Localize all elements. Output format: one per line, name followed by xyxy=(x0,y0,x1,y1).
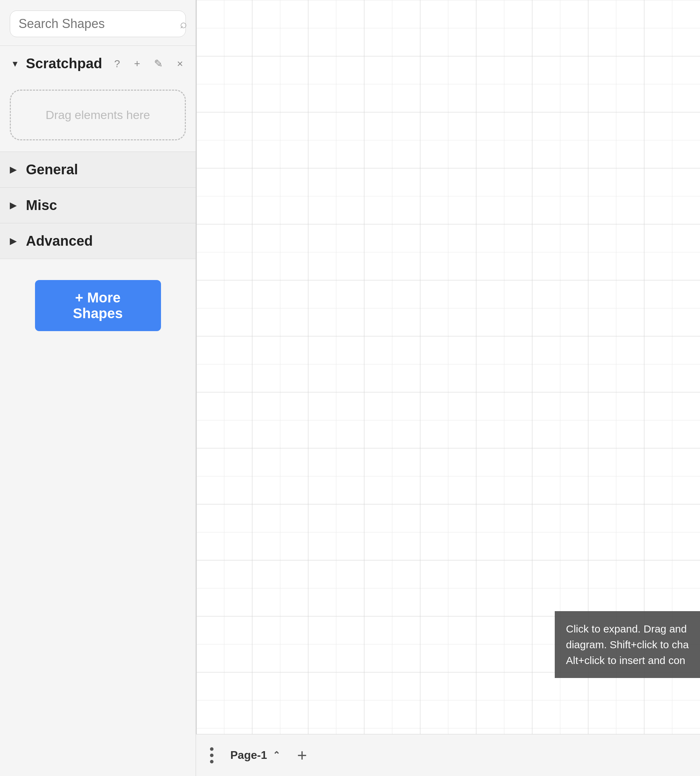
general-section: ▶ General xyxy=(0,152,196,188)
sidebar: ⌕ ▾ Scratchpad ? + ✎ × Drag elements her… xyxy=(0,0,196,776)
grid-line-h-1 xyxy=(196,56,700,57)
grid-line-h-7 xyxy=(196,392,700,392)
scratchpad-title: Scratchpad xyxy=(26,56,106,72)
grid-line-h-2 xyxy=(196,112,700,112)
general-header[interactable]: ▶ General xyxy=(0,152,196,187)
more-shapes-container: + More Shapes xyxy=(0,259,196,352)
tooltip: Click to expand. Drag and diagram. Shift… xyxy=(555,611,700,678)
add-page-button[interactable]: + xyxy=(290,743,314,767)
scratchpad-close-button[interactable]: × xyxy=(174,57,186,70)
grid-line-h-5 xyxy=(196,280,700,280)
scratchpad-help-button[interactable]: ? xyxy=(111,57,123,70)
general-arrow: ▶ xyxy=(10,164,20,175)
bottom-bar: Page-1 ⌃ + xyxy=(196,734,700,776)
scratchpad-arrow: ▾ xyxy=(10,58,20,69)
search-container: ⌕ xyxy=(0,0,196,46)
page-tab-arrow: ⌃ xyxy=(273,750,280,761)
search-input[interactable] xyxy=(18,17,176,31)
advanced-section: ▶ Advanced xyxy=(0,223,196,259)
grid-line-v-1 xyxy=(252,0,252,734)
scratchpad-actions: ? + ✎ × xyxy=(111,57,186,70)
main-canvas: Click to expand. Drag and diagram. Shift… xyxy=(196,0,700,776)
grid-line-v-4 xyxy=(420,0,420,734)
advanced-title: Advanced xyxy=(26,233,93,249)
search-icon[interactable]: ⌕ xyxy=(180,17,187,31)
scratchpad-section: ▾ Scratchpad ? + ✎ × Drag elements here xyxy=(0,46,196,152)
advanced-arrow: ▶ xyxy=(10,236,20,246)
scratchpad-body: Drag elements here xyxy=(0,81,196,152)
grid-line-h-6 xyxy=(196,336,700,336)
search-box: ⌕ xyxy=(10,10,186,37)
dot-1 xyxy=(210,747,213,751)
page-options-button[interactable] xyxy=(203,744,220,767)
grid-line-v-2 xyxy=(308,0,308,734)
grid-line-h-8 xyxy=(196,448,700,448)
misc-header[interactable]: ▶ Misc xyxy=(0,188,196,223)
grid-line-v-5 xyxy=(476,0,477,734)
misc-arrow: ▶ xyxy=(10,200,20,211)
drag-drop-zone[interactable]: Drag elements here xyxy=(10,90,186,140)
dot-2 xyxy=(210,754,213,757)
drag-drop-label: Drag elements here xyxy=(45,108,150,122)
page-tab[interactable]: Page-1 ⌃ xyxy=(220,743,290,767)
grid-line-v-3 xyxy=(364,0,364,734)
page-name: Page-1 xyxy=(230,749,267,762)
advanced-header[interactable]: ▶ Advanced xyxy=(0,223,196,259)
canvas-grid: Click to expand. Drag and diagram. Shift… xyxy=(196,0,700,734)
grid-line-h-9 xyxy=(196,504,700,505)
scratchpad-add-button[interactable]: + xyxy=(131,57,143,70)
grid-line-v-6 xyxy=(532,0,532,734)
tooltip-line3: Alt+click to insert and con xyxy=(566,653,689,668)
dot-3 xyxy=(210,760,213,763)
general-title: General xyxy=(26,162,78,177)
misc-title: Misc xyxy=(26,197,57,213)
grid-line-h-10 xyxy=(196,560,700,560)
scratchpad-edit-button[interactable]: ✎ xyxy=(151,57,165,70)
tooltip-line1: Click to expand. Drag and xyxy=(566,621,689,637)
more-shapes-button[interactable]: + More Shapes xyxy=(35,280,161,331)
misc-section: ▶ Misc xyxy=(0,188,196,223)
grid-line-h-3 xyxy=(196,168,700,168)
tooltip-line2: diagram. Shift+click to cha xyxy=(566,637,689,653)
scratchpad-header[interactable]: ▾ Scratchpad ? + ✎ × xyxy=(0,46,196,81)
